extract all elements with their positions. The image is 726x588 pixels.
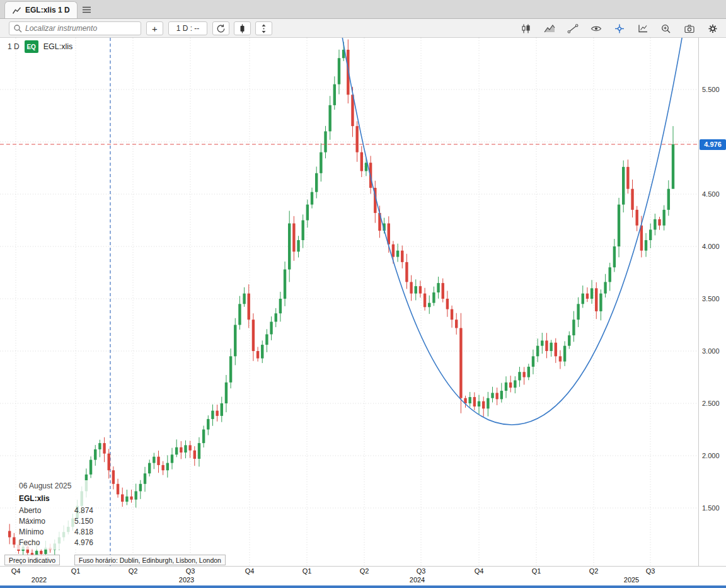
- x-axis-quarter-label: Q3: [186, 567, 195, 575]
- tooltip-close-row: Fecho4.976: [19, 538, 93, 548]
- gridlines: [0, 38, 698, 566]
- instrument-search-box[interactable]: [9, 21, 141, 35]
- x-axis-quarter-label: Q4: [245, 567, 255, 575]
- x-axis-quarter-label: Q3: [646, 567, 655, 575]
- area-chart-icon: [544, 24, 555, 33]
- gear-icon: [707, 24, 718, 33]
- y-axis-label: 4.500: [702, 190, 720, 198]
- crosshair-icon: [614, 24, 625, 33]
- y-axis-label: 2.500: [702, 400, 720, 407]
- x-axis-year-label: 2022: [32, 576, 47, 584]
- area-chart-tool-button[interactable]: [541, 22, 558, 35]
- price-axis[interactable]: 4.976 5.5004.5004.0003.5003.0002.5002.00…: [698, 38, 726, 566]
- x-axis-quarter-label: Q2: [589, 567, 599, 575]
- x-axis-quarter-label: Q2: [129, 567, 138, 575]
- current-price-badge: 4.976: [700, 139, 726, 150]
- x-axis-quarter-label: Q1: [71, 567, 81, 575]
- cup-curve-drawing[interactable]: [342, 38, 683, 425]
- trading-chart-window: EGL:xlis 1 D + 1 D : --: [0, 0, 726, 588]
- tooltip-low-row: Mínimo4.818: [19, 527, 93, 538]
- vertical-adjust-icon: [259, 24, 268, 33]
- line-chart-icon: [12, 6, 21, 14]
- y-axis-label: 2.000: [702, 452, 720, 459]
- tooltip-open-row: Aberto4.874: [19, 505, 93, 516]
- tooltip-date: 06 August 2025: [19, 481, 93, 490]
- x-axis-year-label: 2024: [410, 576, 425, 584]
- watch-tool-button[interactable]: [588, 22, 604, 35]
- y-axis-label: 3.000: [702, 347, 720, 355]
- y-axis-label: 3.500: [702, 295, 720, 303]
- x-axis-quarter-label: Q4: [475, 567, 484, 575]
- x-axis-quarter-label: Q3: [417, 567, 426, 575]
- settings-button[interactable]: [705, 22, 721, 35]
- candlestick-icon: [521, 24, 532, 33]
- tab-title: EGL:xlis 1 D: [25, 6, 70, 14]
- x-axis-quarter-label: Q1: [302, 567, 312, 575]
- refresh-button[interactable]: [212, 21, 229, 35]
- add-instrument-button[interactable]: +: [146, 21, 163, 35]
- chart-scrollbar[interactable]: [0, 585, 726, 588]
- legend-interval: 1 D: [8, 42, 20, 51]
- axes-icon: [637, 24, 648, 33]
- interval-button[interactable]: 1 D : --: [168, 21, 207, 35]
- hamburger-menu-icon[interactable]: [82, 6, 91, 14]
- refresh-icon: [216, 24, 226, 33]
- instrument-search-input[interactable]: [25, 24, 137, 33]
- x-axis-year-label: 2023: [179, 576, 194, 584]
- tab-bar: EGL:xlis 1 D: [0, 0, 726, 19]
- trendline-icon: [567, 24, 579, 33]
- equity-type-badge: EQ: [25, 40, 38, 53]
- x-axis-quarter-label: Q4: [11, 567, 21, 575]
- chart-tab[interactable]: EGL:xlis 1 D: [4, 1, 78, 18]
- chart-toolbar: + 1 D : --: [0, 19, 726, 38]
- time-axis[interactable]: Q4Q1Q2Q3Q4Q1Q2Q3Q4Q1Q2Q32022202320242025: [0, 566, 726, 585]
- adjust-button[interactable]: [255, 21, 272, 35]
- x-axis-quarter-label: Q1: [532, 567, 541, 575]
- y-axis-label: 5.500: [702, 86, 720, 93]
- bar-size-icon: [238, 24, 247, 33]
- tooltip-high-row: Máximo5.150: [19, 516, 93, 527]
- screenshot-button[interactable]: [681, 22, 698, 35]
- zoom-in-icon: [660, 24, 672, 33]
- bar-style-button[interactable]: [234, 21, 251, 35]
- candlestick-series: [8, 40, 674, 564]
- indicative-price-note: Preço indicativo: [4, 555, 60, 565]
- y-axis-label: 1.500: [702, 504, 720, 512]
- timezone-note: Fuso horário: Dublin, Edinburgh, Lisbon,…: [74, 555, 226, 565]
- eye-icon: [591, 24, 602, 33]
- camera-icon: [684, 24, 695, 33]
- crosshair-tool-button[interactable]: [611, 22, 628, 35]
- ohlc-tooltip: 06 August 2025 EGL:xlis Aberto4.874 Máxi…: [16, 480, 96, 550]
- price-chart[interactable]: [0, 38, 698, 566]
- x-axis-year-label: 2025: [624, 576, 639, 584]
- x-axis-quarter-label: Q2: [360, 567, 369, 575]
- tooltip-symbol: EGL:xlis: [19, 494, 93, 503]
- candlestick-tool-button[interactable]: [518, 22, 534, 35]
- y-axis-label: 4.000: [702, 243, 720, 250]
- legend-symbol: EGL:xlis: [43, 42, 73, 51]
- zoom-in-button[interactable]: [658, 22, 674, 35]
- trendline-tool-button[interactable]: [565, 22, 581, 35]
- search-icon: [13, 24, 22, 33]
- axes-tool-button[interactable]: [635, 22, 651, 35]
- chart-legend: 1 D EQ EGL:xlis: [8, 40, 72, 53]
